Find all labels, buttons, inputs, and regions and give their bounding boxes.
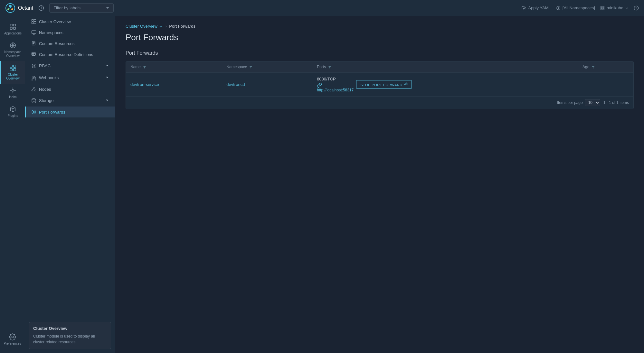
col-age: Age — [578, 61, 633, 73]
apply-yaml-button[interactable]: Apply YAML — [522, 5, 551, 10]
svg-rect-45 — [33, 44, 34, 44]
nav-custom-resource-definitions[interactable]: Custom Resource Definitions — [25, 49, 115, 60]
nodes-icon — [31, 87, 36, 92]
namespaces-icon — [31, 30, 36, 35]
cluster-overview-tooltip: Cluster Overview Cluster module is used … — [29, 322, 111, 349]
svg-rect-39 — [32, 31, 36, 33]
webhooks-chevron-icon — [105, 75, 110, 81]
plugins-icon — [9, 106, 16, 113]
cell-age — [578, 73, 633, 97]
nav-cluster-overview-label: Cluster Overview — [39, 19, 71, 24]
breadcrumb-parent-link[interactable]: Cluster Overview — [126, 24, 163, 29]
cluster-overview-icon — [9, 64, 16, 71]
nav-nodes[interactable]: Nodes — [25, 84, 115, 95]
svg-rect-11 — [603, 6, 604, 7]
custom-resources-icon — [31, 41, 36, 46]
col-ports: Ports — [312, 61, 578, 73]
col-namespace: Namespace — [222, 61, 312, 73]
svg-point-51 — [33, 87, 34, 88]
svg-line-4 — [9, 7, 10, 8]
svg-rect-38 — [34, 22, 36, 24]
nav-custom-resources-label: Custom Resources — [39, 41, 75, 46]
webhooks-icon — [31, 75, 36, 80]
ports-filter-icon[interactable] — [328, 65, 332, 69]
table-header-row: Name Namespace — [126, 61, 633, 73]
sidebar-icons: Applications Namespace Overview Cluster … — [0, 16, 25, 353]
cell-ports: 8080/TCP http://localhost:58317 STOP POR… — [312, 73, 578, 97]
filter-labels-dropdown[interactable]: Filter by labels — [49, 3, 114, 13]
nav-rbac[interactable]: RBAC — [25, 60, 115, 72]
filter-placeholder: Filter by labels — [53, 5, 80, 10]
namespace-link[interactable]: devtroncd — [226, 82, 245, 87]
nav-custom-resources[interactable]: Custom Resources — [25, 38, 115, 49]
svg-point-34 — [12, 336, 14, 338]
svg-rect-21 — [10, 65, 12, 67]
svg-rect-17 — [14, 24, 15, 26]
sidebar-item-plugins[interactable]: Plugins — [0, 102, 25, 121]
preferences-item[interactable]: Preferences — [0, 330, 25, 349]
svg-line-55 — [34, 88, 35, 90]
preferences-label: Preferences — [4, 342, 21, 345]
rbac-chevron-icon — [105, 63, 110, 69]
namespace-overview-icon — [9, 42, 16, 49]
col-name: Name — [126, 61, 222, 73]
breadcrumb-separator: › — [165, 24, 166, 29]
topbar-right: Apply YAML [All Namespaces] minikube — [522, 5, 639, 11]
port-url[interactable]: http://localhost:58317 — [317, 88, 354, 92]
storage-icon — [31, 98, 36, 103]
svg-rect-47 — [32, 53, 34, 53]
help-icon — [634, 5, 639, 11]
tooltip-text: Cluster module is used to display all cl… — [33, 333, 107, 345]
help-button[interactable] — [634, 5, 639, 11]
svg-rect-16 — [10, 24, 12, 26]
port-forwards-icon — [31, 109, 36, 115]
svg-line-5 — [10, 7, 11, 8]
sidebar-item-helm[interactable]: Helm — [0, 84, 25, 102]
sidebar-item-namespace-overview[interactable]: Namespace Overview — [0, 39, 25, 61]
svg-rect-19 — [14, 27, 15, 29]
namespace-selector[interactable]: [All Namespaces] — [556, 5, 595, 10]
main-layout: Applications Namespace Overview Cluster … — [0, 16, 644, 353]
nav-cluster-overview[interactable]: Cluster Overview — [25, 16, 115, 27]
service-name-link[interactable]: devtron-service — [130, 82, 159, 87]
namespace-overview-label: Namespace Overview — [4, 50, 22, 58]
name-filter-icon[interactable] — [143, 65, 147, 69]
port-forwards-table: Name Namespace — [126, 61, 633, 96]
pagination-range: 1 - 1 of 1 items — [603, 100, 629, 105]
svg-point-52 — [32, 90, 33, 91]
nav-namespaces[interactable]: Namespaces — [25, 27, 115, 38]
cluster-chevron-icon — [625, 6, 629, 10]
nav-webhooks[interactable]: Webhooks — [25, 72, 115, 84]
svg-point-50 — [33, 77, 34, 79]
stop-port-forward-button[interactable]: STOP PORT FORWARD 2h — [356, 80, 412, 89]
table-row: devtron-service devtroncd 8080/TCP http:… — [126, 73, 633, 97]
nav-storage[interactable]: Storage — [25, 95, 115, 107]
section-title: Port Forwards — [126, 50, 634, 56]
per-page-select[interactable]: 10 25 50 — [585, 99, 600, 106]
svg-rect-48 — [32, 54, 34, 54]
nav-port-forwards[interactable]: Port Forwards — [25, 107, 115, 117]
items-per-page-label: Items per page — [557, 100, 583, 105]
cluster-selector[interactable]: minikube — [600, 5, 629, 10]
breadcrumb-dropdown-icon — [159, 24, 163, 28]
topbar: Octant Filter by labels Apply YAML [All … — [0, 0, 644, 16]
cell-namespace: devtroncd — [222, 73, 312, 97]
sidebar-item-cluster-overview[interactable]: Cluster Overview — [0, 61, 25, 84]
namespace-filter-icon[interactable] — [249, 65, 253, 69]
crd-icon — [31, 52, 36, 57]
items-per-page: Items per page 10 25 50 — [557, 99, 600, 106]
svg-point-1 — [9, 5, 12, 7]
nav-nodes-label: Nodes — [39, 87, 51, 92]
svg-point-9 — [557, 6, 560, 10]
svg-rect-13 — [601, 8, 602, 10]
svg-rect-35 — [32, 19, 33, 21]
svg-rect-18 — [10, 27, 12, 29]
history-button[interactable] — [37, 4, 45, 12]
svg-point-29 — [12, 89, 14, 91]
breadcrumb: Cluster Overview › Port Forwards — [126, 24, 634, 29]
breadcrumb-current: Port Forwards — [169, 24, 195, 29]
sidebar-item-applications[interactable]: Applications — [0, 20, 25, 39]
nav-storage-label: Storage — [39, 98, 54, 103]
age-filter-icon[interactable] — [591, 65, 595, 69]
main-content: Cluster Overview › Port Forwards Port Fo… — [115, 16, 644, 353]
